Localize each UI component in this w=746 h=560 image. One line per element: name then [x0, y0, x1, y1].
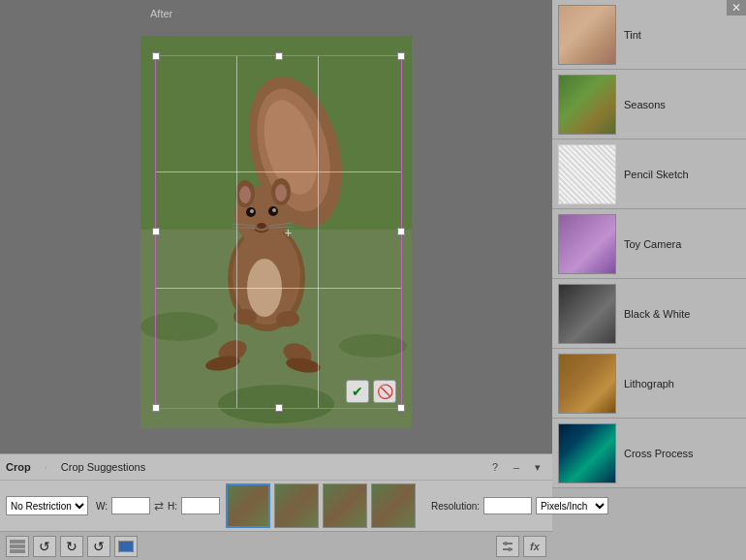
main-image: + ✔ 🚫 [140, 36, 412, 428]
resolution-unit-select[interactable]: Pixels/Inch Pixels/cm [536, 497, 608, 514]
filter-label-toy: Toy Camera [624, 238, 681, 250]
resolution-input[interactable] [483, 497, 532, 514]
filter-pencil-sketch[interactable]: Pencil Sketch [552, 140, 746, 209]
filter-toy-camera[interactable]: Toy Camera [552, 209, 746, 279]
expand-button[interactable]: ▾ [529, 458, 546, 476]
resolution-area: Resolution: Pixels/Inch Pixels/cm [431, 497, 608, 514]
grid-line-v2 [318, 56, 319, 408]
h-label: H: [168, 501, 177, 512]
filter-thumb-tint [558, 5, 616, 65]
tool-layers-button[interactable] [6, 536, 29, 557]
crop-handle-ml[interactable] [152, 228, 160, 235]
adjust-button[interactable] [496, 536, 519, 557]
svg-rect-41 [10, 540, 25, 544]
filter-thumb-toy [558, 214, 616, 274]
help-button[interactable]: ? [486, 458, 504, 476]
suggestion-thumb-2[interactable] [274, 483, 319, 528]
filter-black-white[interactable]: Black & White [552, 279, 746, 349]
close-button[interactable]: ✕ [727, 0, 746, 16]
rotate-button[interactable]: ↺ [87, 536, 110, 557]
restriction-select[interactable]: No Restriction 1:1 4:3 16:9 [6, 496, 88, 515]
grid-line-h1 [156, 171, 401, 172]
crop-handle-tr[interactable] [397, 52, 405, 60]
svg-rect-42 [10, 544, 25, 548]
swap-icon[interactable]: ⇄ [154, 499, 164, 513]
svg-point-49 [508, 547, 512, 551]
separator: · [45, 462, 47, 473]
filter-label-cross: Cross Process [624, 448, 694, 459]
redo-button[interactable]: ↻ [60, 536, 83, 557]
w-label: W: [96, 501, 108, 512]
filter-seasons[interactable]: Seasons [552, 70, 746, 140]
undo-button[interactable]: ↺ [33, 536, 56, 557]
wh-fields: W: ⇄ H: [96, 497, 220, 514]
grid-line-v1 [236, 56, 237, 408]
resolution-label: Resolution: [431, 501, 480, 512]
bottom-bar-middle: No Restriction 1:1 4:3 16:9 W: ⇄ H: Reso… [0, 481, 552, 531]
crop-handle-tl[interactable] [152, 52, 160, 60]
filter-thumb-seasons [558, 75, 616, 135]
filter-label-bw: Black & White [624, 308, 690, 320]
suggestion-thumb-1[interactable] [226, 483, 270, 528]
right-actions: fx [496, 536, 546, 557]
w-input[interactable] [111, 497, 150, 514]
help-btn-area: ? – ▾ [486, 458, 546, 476]
image-container: + ✔ 🚫 [140, 36, 412, 428]
crop-cancel-button[interactable]: 🚫 [373, 380, 396, 403]
filter-label-tint: Tint [624, 29, 641, 41]
crop-handle-tm[interactable] [275, 52, 283, 60]
suggestion-thumb-3[interactable] [323, 483, 367, 528]
filter-thumb-bw [558, 284, 616, 344]
crop-confirm-button[interactable]: ✔ [346, 380, 369, 403]
bottom-bar-top: Crop · Crop Suggestions ? – ▾ [0, 454, 552, 481]
h-input[interactable] [181, 497, 220, 514]
grid-line-h2 [156, 288, 401, 289]
fx-button[interactable]: fx [523, 536, 546, 557]
crop-handle-mr[interactable] [397, 228, 405, 235]
filter-label-pencil: Pencil Sketch [624, 169, 689, 180]
filter-label-litho: Lithograph [624, 378, 674, 389]
filter-thumb-cross [558, 423, 616, 483]
right-panel: Tint Seasons Pencil Sketch Toy Camera Bl… [552, 0, 746, 560]
filter-lithograph[interactable]: Lithograph [552, 349, 746, 419]
thumbnails-row [226, 483, 416, 528]
filter-thumb-pencil [558, 144, 616, 204]
crosshair: + [284, 225, 297, 238]
bottom-bar: Crop · Crop Suggestions ? – ▾ No Restric… [0, 453, 552, 531]
crop-confirm-area: ✔ 🚫 [346, 380, 396, 403]
svg-rect-45 [119, 542, 133, 551]
crop-handle-bl[interactable] [152, 404, 160, 412]
more-options-button[interactable]: – [508, 458, 525, 476]
filter-thumb-litho [558, 354, 616, 414]
crop-label: Crop [6, 461, 35, 473]
suggestion-thumb-4[interactable] [371, 483, 416, 528]
svg-rect-43 [10, 549, 25, 553]
view-button[interactable] [114, 536, 138, 557]
bottom-actions: ↺ ↻ ↺ fx [0, 531, 552, 560]
svg-point-47 [504, 542, 508, 545]
crop-suggestions-label: Crop Suggestions [61, 461, 145, 473]
crop-handle-bm[interactable] [275, 404, 283, 412]
crop-handle-br[interactable] [397, 404, 405, 412]
canvas-area: After [0, 0, 552, 453]
after-label: After [150, 8, 172, 19]
filter-cross-process[interactable]: Cross Process [552, 419, 746, 488]
crop-overlay[interactable]: + ✔ 🚫 [155, 55, 402, 409]
filter-tint[interactable]: Tint [552, 0, 746, 70]
filter-label-seasons: Seasons [624, 99, 666, 110]
